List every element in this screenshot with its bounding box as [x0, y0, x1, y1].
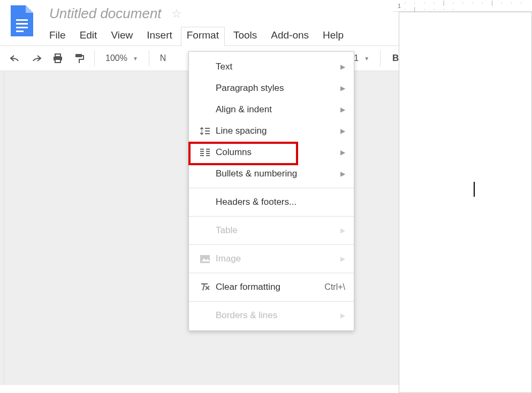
- chevron-right-icon: ▶: [340, 170, 345, 178]
- docs-logo-icon[interactable]: [11, 5, 33, 36]
- dd-label: Paragraph styles: [216, 83, 340, 94]
- svg-rect-0: [16, 19, 28, 21]
- svg-rect-7: [75, 54, 82, 57]
- dd-borders-lines: Borders & lines ▶: [189, 305, 354, 326]
- format-dropdown: Text ▶ Paragraph styles ▶ Align & indent…: [188, 51, 354, 331]
- redo-button[interactable]: [28, 50, 45, 67]
- document-page[interactable]: [399, 12, 532, 393]
- undo-button[interactable]: [6, 50, 24, 67]
- svg-rect-3: [16, 30, 24, 32]
- menu-edit[interactable]: Edit: [80, 27, 97, 43]
- svg-rect-6: [55, 59, 60, 63]
- print-button[interactable]: [49, 50, 66, 67]
- text-cursor: [474, 182, 475, 197]
- columns-icon: [197, 149, 212, 156]
- clear-format-icon: [197, 283, 212, 291]
- chevron-right-icon: ▶: [340, 84, 345, 92]
- toolbar-divider: [94, 50, 95, 66]
- dd-paragraph-styles[interactable]: Paragraph styles ▶: [189, 78, 354, 99]
- menu-tools[interactable]: Tools: [233, 27, 257, 43]
- dd-shortcut: Ctrl+\: [324, 282, 345, 292]
- toolbar-divider: [380, 50, 381, 66]
- ruler-number: 1: [398, 3, 401, 9]
- dd-label: Text: [216, 61, 340, 72]
- ruler[interactable]: 1 · · · · | · · · · | · · · · | · · · ·: [393, 0, 532, 12]
- bold-label: B: [392, 53, 399, 64]
- chevron-right-icon: ▶: [340, 127, 345, 135]
- dropdown-divider: [189, 216, 354, 217]
- dd-label: Clear formatting: [216, 282, 324, 292]
- dd-image: Image ▶: [189, 248, 354, 269]
- chevron-right-icon: ▶: [340, 312, 345, 319]
- menu-view[interactable]: View: [111, 27, 133, 43]
- star-icon[interactable]: ☆: [171, 7, 182, 21]
- title-area: Untitled document ☆ File Edit View Inser…: [49, 5, 344, 43]
- zoom-select[interactable]: 100% ▼: [101, 50, 142, 67]
- chevron-right-icon: ▶: [340, 149, 345, 156]
- line-spacing-icon: [197, 127, 212, 135]
- menubar: File Edit View Insert Format Tools Add-o…: [49, 27, 344, 43]
- dropdown-divider: [189, 244, 354, 245]
- zoom-value: 100%: [105, 53, 127, 63]
- dd-clear-formatting[interactable]: Clear formatting Ctrl+\: [189, 276, 354, 298]
- svg-rect-19: [200, 255, 210, 263]
- caret-down-icon: ▼: [364, 56, 369, 61]
- toolbar-divider: [149, 50, 149, 66]
- chevron-right-icon: ▶: [340, 106, 345, 113]
- chevron-right-icon: ▶: [340, 63, 345, 71]
- dd-label: Image: [216, 253, 340, 264]
- menu-addons[interactable]: Add-ons: [271, 27, 309, 43]
- dd-label: Columns: [216, 147, 340, 158]
- svg-rect-4: [55, 54, 60, 57]
- dd-label: Bullets & numbering: [216, 168, 340, 179]
- dd-label: Table: [216, 225, 340, 236]
- dd-align-indent[interactable]: Align & indent ▶: [189, 99, 354, 120]
- styles-select[interactable]: N: [156, 50, 171, 67]
- dd-label: Borders & lines: [216, 310, 340, 321]
- dd-label: Headers & footers...: [216, 197, 345, 207]
- dd-headers-footers[interactable]: Headers & footers...: [189, 191, 354, 213]
- dd-table: Table ▶: [189, 220, 354, 241]
- image-icon: [197, 255, 212, 263]
- dd-columns[interactable]: Columns ▶: [189, 142, 354, 163]
- dd-label: Line spacing: [216, 126, 340, 136]
- menu-help[interactable]: Help: [323, 27, 344, 43]
- document-title[interactable]: Untitled document: [49, 5, 162, 22]
- menu-insert[interactable]: Insert: [147, 27, 172, 43]
- chevron-right-icon: ▶: [340, 255, 345, 263]
- svg-rect-2: [16, 27, 28, 28]
- dropdown-divider: [189, 188, 354, 188]
- dropdown-divider: [189, 301, 354, 302]
- dd-label: Align & indent: [216, 104, 340, 115]
- dd-line-spacing[interactable]: Line spacing ▶: [189, 120, 354, 142]
- svg-rect-1: [16, 23, 28, 25]
- dropdown-divider: [189, 273, 354, 273]
- left-margin: [0, 71, 4, 385]
- dd-text[interactable]: Text ▶: [189, 56, 354, 78]
- dd-bullets-numbering[interactable]: Bullets & numbering ▶: [189, 163, 354, 184]
- caret-down-icon: ▼: [133, 56, 138, 61]
- menu-format[interactable]: Format: [181, 27, 225, 46]
- chevron-right-icon: ▶: [340, 227, 345, 234]
- font-initial: N: [160, 53, 166, 63]
- paint-format-button[interactable]: [71, 50, 88, 67]
- menu-file[interactable]: File: [49, 27, 66, 43]
